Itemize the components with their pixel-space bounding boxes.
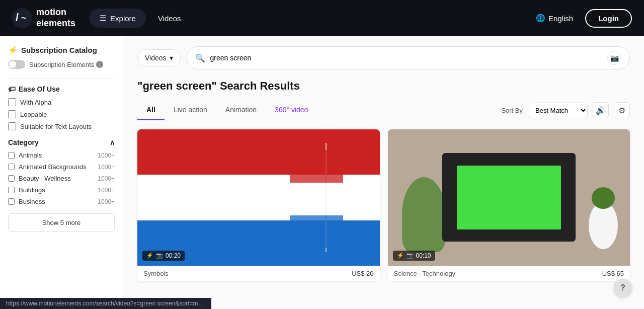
- login-button[interactable]: Login: [585, 9, 632, 28]
- sound-toggle-button[interactable]: 🔊: [593, 102, 609, 118]
- tabs-row: All Live action Animation 360° video Sor…: [137, 101, 630, 120]
- language-button[interactable]: 🌐 English: [536, 14, 573, 23]
- video-duration-1: 00:20: [166, 252, 181, 259]
- status-url: https://www.motionelements.com/search/vi…: [6, 300, 211, 307]
- content-area: Videos ▾ 🔍 📷 "green screen" Search Resul…: [123, 36, 644, 309]
- category-checkbox-2[interactable]: [8, 175, 15, 182]
- category-checkbox-1[interactable]: [8, 164, 15, 170]
- category-section: Category ∧ Animals 1000+ Animated Backgr…: [8, 138, 115, 232]
- search-bar-row: Videos ▾ 🔍 📷: [137, 46, 630, 69]
- category-row-left-3: Buildings: [8, 186, 45, 194]
- with-alpha-row: With Alpha: [8, 98, 115, 106]
- suitable-text-label[interactable]: Suitable for Text Layouts: [20, 123, 92, 130]
- show-more-button[interactable]: Show 5 more: [8, 213, 115, 232]
- tab-live-action[interactable]: Live action: [165, 101, 216, 120]
- category-label: Category: [8, 138, 39, 146]
- subscription-elements-row: Subscription Elements i: [8, 60, 115, 69]
- video-price-2: US$ 65: [602, 270, 624, 277]
- sound-icon: 🔊: [596, 106, 606, 115]
- category-row-left-4: Business: [8, 198, 45, 205]
- subscription-catalog-title: ⚡ Subscription Catalog: [8, 45, 115, 55]
- with-alpha-checkbox[interactable]: [8, 98, 16, 106]
- svg-text:/: /: [16, 11, 19, 24]
- video-info-1: Symbols US$ 20: [137, 266, 380, 281]
- category-checkbox-3[interactable]: [8, 187, 15, 193]
- help-icon: ?: [620, 283, 625, 292]
- video-badge-2: ⚡ 📷 00:10: [393, 251, 435, 261]
- tab-360-video[interactable]: 360° video: [266, 101, 317, 120]
- with-alpha-label[interactable]: With Alpha: [20, 99, 51, 106]
- suitable-text-checkbox[interactable]: [8, 122, 16, 130]
- sidebar: ⚡ Subscription Catalog Subscription Elem…: [0, 36, 123, 309]
- info-icon[interactable]: i: [96, 61, 103, 68]
- tabs-right: Sort By Best Match Newest Most Popular 🔊…: [501, 102, 630, 118]
- sort-select[interactable]: Best Match Newest Most Popular: [528, 103, 588, 118]
- explore-button[interactable]: ☰ Explore: [90, 9, 146, 28]
- ease-of-use-title: 🏷 Ease Of Use: [8, 85, 115, 93]
- loopable-label[interactable]: Loopable: [20, 111, 47, 118]
- category-name-2[interactable]: Beauty · Wellness: [19, 175, 71, 182]
- category-checkbox-4[interactable]: [8, 198, 15, 205]
- search-type-label: Videos: [145, 54, 167, 62]
- category-row-3: Buildings 1000+: [8, 186, 115, 194]
- video-category-2: Science · Technology: [394, 270, 456, 277]
- camera-search-icon[interactable]: 📷: [607, 51, 621, 65]
- subscription-elements-label: Subscription Elements i: [29, 61, 103, 68]
- login-label: Login: [598, 14, 619, 23]
- videos-link[interactable]: Videos: [154, 9, 185, 28]
- video-duration-2: 00:10: [416, 252, 431, 259]
- video-card-1[interactable]: ⚡ 📷 00:20 Symbols US$ 20: [137, 129, 380, 281]
- help-button[interactable]: ?: [614, 279, 632, 297]
- video-thumb-1: ⚡ 📷 00:20: [137, 129, 380, 266]
- plant-right: [589, 202, 618, 250]
- category-checkbox-0[interactable]: [8, 152, 15, 159]
- videos-label: Videos: [158, 14, 181, 23]
- search-icon: 🔍: [195, 53, 205, 63]
- category-row-4: Business 1000+: [8, 198, 115, 205]
- subscription-toggle[interactable]: [8, 60, 25, 69]
- video-price-1: US$ 20: [352, 270, 373, 277]
- category-row-2: Beauty · Wellness 1000+: [8, 175, 115, 182]
- category-name-4[interactable]: Business: [19, 198, 45, 205]
- loopable-row: Loopable: [8, 110, 115, 118]
- chevron-up-icon: ∧: [110, 138, 115, 146]
- page-title: "green screen" Search Results: [137, 80, 630, 93]
- logo-icon: / ~: [12, 8, 32, 28]
- logo-text-line1: motion: [36, 7, 75, 18]
- category-header[interactable]: Category ∧: [8, 138, 115, 146]
- grid-settings-button[interactable]: ⚙: [614, 102, 630, 118]
- category-count-3: 1000+: [98, 187, 115, 194]
- laptop-screen: [457, 166, 561, 229]
- category-name-1[interactable]: Animated Backgrounds: [19, 163, 86, 171]
- header: / ~ motion elements ☰ Explore Videos 🌐 E…: [0, 0, 644, 36]
- video-thumb-inner-2: [388, 129, 630, 266]
- explore-label: Explore: [110, 14, 136, 23]
- category-row-left-0: Animals: [8, 151, 42, 159]
- loopable-checkbox[interactable]: [8, 110, 16, 118]
- category-count-4: 1000+: [98, 198, 115, 205]
- video-thumb-2: ⚡ 📷 00:10: [388, 129, 630, 266]
- lightning-badge-icon-2: ⚡: [397, 252, 404, 259]
- camera-badge-icon-2: 📷: [407, 252, 414, 259]
- tab-all[interactable]: All: [137, 101, 165, 120]
- video-card-2[interactable]: ⚡ 📷 00:10 Science · Technology US$ 65: [388, 129, 630, 281]
- status-bar: https://www.motionelements.com/search/vi…: [0, 298, 211, 309]
- plant-left: [402, 177, 446, 252]
- search-type-dropdown[interactable]: Videos ▾: [137, 49, 181, 66]
- category-count-1: 1000+: [98, 164, 115, 171]
- flag-overlay: [290, 150, 343, 248]
- category-count-2: 1000+: [98, 175, 115, 182]
- video-info-2: Science · Technology US$ 65: [388, 266, 630, 281]
- category-row-0: Animals 1000+: [8, 151, 115, 159]
- settings-icon: ⚙: [618, 106, 625, 115]
- laptop-body: [442, 153, 576, 242]
- camera-badge-icon: 📷: [156, 252, 163, 259]
- show-more-label: Show 5 more: [42, 219, 81, 226]
- main-layout: ⚡ Subscription Catalog Subscription Elem…: [0, 36, 644, 309]
- category-name-3[interactable]: Buildings: [19, 186, 45, 194]
- video-thumb-inner-1: [137, 129, 380, 266]
- category-row-1: Animated Backgrounds 1000+: [8, 163, 115, 171]
- tab-animation[interactable]: Animation: [216, 101, 266, 120]
- search-input[interactable]: [210, 54, 602, 62]
- category-name-0[interactable]: Animals: [19, 151, 42, 159]
